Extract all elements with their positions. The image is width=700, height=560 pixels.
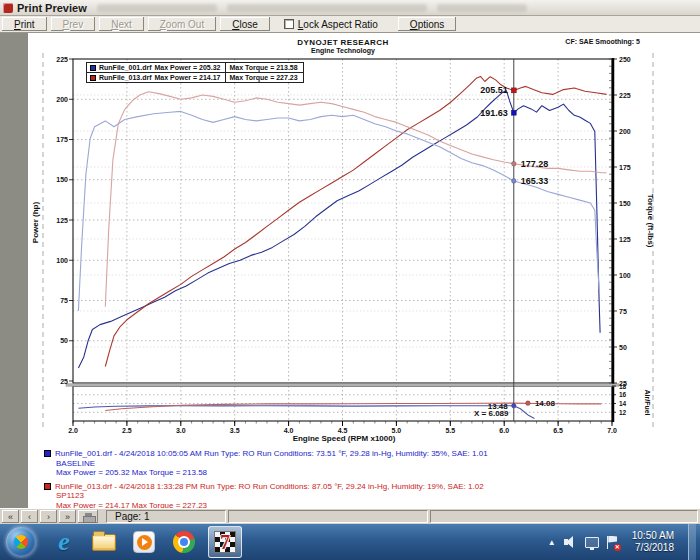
legend-power-1: Max Power = 205.32	[155, 64, 221, 71]
statusbar: « ‹ › » Page: 1	[0, 508, 700, 524]
zoom-out-button[interactable]: Zoom Out	[148, 17, 216, 31]
svg-text:165.33: 165.33	[521, 176, 549, 186]
svg-text:200: 200	[619, 128, 631, 135]
chrome-icon[interactable]	[171, 527, 197, 557]
app-icon	[3, 3, 13, 13]
svg-text:16: 16	[619, 391, 627, 398]
checkbox-box[interactable]	[284, 19, 294, 29]
run1-swatch	[44, 450, 51, 457]
svg-text:125: 125	[619, 236, 631, 243]
show-desktop-button[interactable]	[688, 524, 696, 560]
torque-axis-title: Torque (ft-lbs)	[646, 181, 655, 261]
svg-text:3.5: 3.5	[230, 427, 240, 434]
print-button[interactable]: Print	[2, 17, 47, 31]
run-info-1: RunFile_001.drf - 4/24/2018 10:05:05 AM …	[44, 449, 488, 478]
svg-text:200: 200	[56, 96, 68, 103]
redacted-title-text	[97, 4, 217, 12]
run1-line3: Max Power = 205.32 Max Torque = 213.58	[56, 468, 488, 478]
winpep-icon: 7	[214, 531, 236, 553]
window-title: Print Preview	[17, 2, 87, 14]
series-power_RunFile_001	[78, 91, 600, 368]
start-button[interactable]	[6, 527, 36, 557]
winpep-app-button[interactable]: 7	[208, 526, 242, 558]
printer-icon	[83, 513, 94, 521]
svg-text:175: 175	[619, 164, 631, 171]
svg-text:3.0: 3.0	[176, 427, 186, 434]
next-page-button[interactable]: ›	[40, 510, 57, 523]
preview-area: DYNOJET RESEARCH Engine Technology CF: S…	[0, 33, 700, 508]
legend-file-1: RunFile_001.drf	[99, 64, 152, 71]
network-icon[interactable]	[585, 537, 599, 548]
axis-ticks: 2252001751501251007550252502252001751501…	[56, 56, 630, 435]
page-indicator: Page: 1	[106, 510, 226, 523]
svg-text:177.28: 177.28	[521, 159, 549, 169]
svg-text:4.5: 4.5	[338, 427, 348, 434]
file-explorer-icon[interactable]	[91, 527, 117, 557]
run2-swatch	[44, 483, 51, 490]
last-page-button[interactable]: »	[59, 510, 76, 523]
svg-text:5.5: 5.5	[445, 427, 455, 434]
svg-text:150: 150	[56, 176, 68, 183]
close-button[interactable]: Close	[220, 17, 270, 31]
statusbar-cell	[430, 510, 698, 523]
options-button[interactable]: Options	[398, 17, 456, 31]
clock-date: 7/3/2018	[632, 542, 674, 554]
lock-aspect-ratio-checkbox[interactable]: Lock Aspect Ratio	[284, 19, 378, 30]
svg-text:12: 12	[619, 409, 627, 416]
taskbar-clock[interactable]: 10:50 AM 7/3/2018	[626, 530, 680, 554]
run-info: RunFile_001.drf - 4/24/2018 10:05:05 AM …	[44, 449, 488, 514]
svg-text:14.08: 14.08	[535, 399, 556, 408]
legend-torque-2-cell: Max Torque = 227.23	[226, 73, 302, 82]
legend-row-2: RunFile_013.drf Max Power = 214.17	[87, 73, 226, 82]
svg-text:18: 18	[619, 383, 627, 390]
svg-text:205.51: 205.51	[480, 85, 508, 95]
svg-text:7.0: 7.0	[607, 427, 617, 434]
redacted-title-text	[437, 4, 527, 12]
statusbar-cell	[228, 510, 428, 523]
legend-swatch-red	[90, 75, 96, 81]
clock-time: 10:50 AM	[632, 530, 674, 542]
run1-line1: RunFile_001.drf - 4/24/2018 10:05:05 AM …	[55, 449, 488, 459]
svg-text:50: 50	[619, 344, 627, 351]
media-player-icon[interactable]	[131, 527, 157, 557]
prev-button[interactable]: Prev	[51, 17, 96, 31]
system-tray: ▲ ✕ 10:50 AM 7/3/2018	[548, 524, 700, 560]
legend-power-2: Max Power = 214.17	[155, 74, 221, 81]
run-info-2: RunFile_013.drf - 4/24/2018 1:33:28 PM R…	[44, 482, 488, 511]
tray-expand-icon[interactable]: ▲	[548, 538, 556, 547]
legend-torque-1: Max Torque = 213.58	[229, 64, 297, 71]
svg-text:50: 50	[60, 337, 68, 344]
svg-text:75: 75	[619, 308, 627, 315]
legend-row-1: RunFile_001.drf Max Power = 205.32	[87, 63, 226, 73]
series-torque_RunFile_001	[78, 111, 599, 311]
volume-icon[interactable]	[564, 536, 577, 548]
margin-guides	[43, 53, 653, 431]
svg-text:25: 25	[60, 378, 68, 385]
rpm-axis-title: Engine Speed (RPM x1000)	[199, 434, 489, 443]
titlebar: Print Preview	[0, 0, 700, 16]
prev-page-button[interactable]: ‹	[21, 510, 38, 523]
svg-text:4.0: 4.0	[284, 427, 294, 434]
internet-explorer-icon[interactable]: e	[51, 527, 77, 557]
preview-page: DYNOJET RESEARCH Engine Technology CF: S…	[28, 33, 700, 508]
svg-text:250: 250	[619, 56, 631, 63]
svg-text:14: 14	[619, 400, 627, 407]
windows-logo-icon	[11, 532, 31, 552]
svg-text:5.0: 5.0	[392, 427, 402, 434]
print-page-button[interactable]	[78, 510, 98, 523]
dyno-chart: 2252001751501251007550252502252001751501…	[28, 33, 700, 435]
action-center-icon[interactable]: ✕	[607, 536, 618, 549]
afr-axis-title: Air/Fuel	[644, 378, 651, 428]
checkbox-label: Lock Aspect Ratio	[298, 19, 378, 30]
run2-line2: SP1123	[56, 491, 488, 501]
power-axis-title: Power (hp)	[31, 188, 40, 258]
legend-swatch-blue	[90, 65, 96, 71]
svg-text:100: 100	[56, 257, 68, 264]
run2-line1: RunFile_013.drf - 4/24/2018 1:33:28 PM R…	[55, 482, 484, 492]
first-page-button[interactable]: «	[2, 510, 19, 523]
legend-file-2: RunFile_013.drf	[99, 74, 152, 81]
svg-text:225: 225	[619, 92, 631, 99]
svg-text:2.0: 2.0	[68, 427, 78, 434]
next-button[interactable]: Next	[99, 17, 144, 31]
svg-text:150: 150	[619, 200, 631, 207]
